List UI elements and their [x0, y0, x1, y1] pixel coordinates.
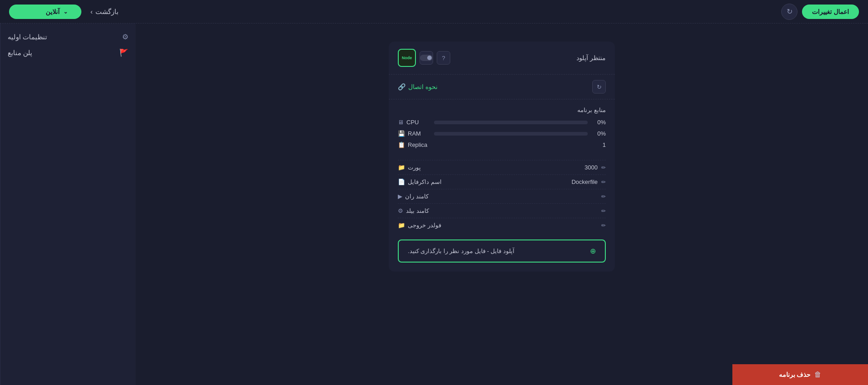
node-logo: Node: [398, 49, 416, 67]
node-logo-text: Node: [402, 56, 412, 60]
replica-icon: 📋: [398, 141, 405, 148]
output-label-text: فولدر خروجی: [408, 222, 441, 229]
replica-label: Replica 📋: [398, 141, 434, 148]
run-label-text: کامند ران: [405, 193, 429, 200]
center-content: منتظر آپلود ? Node: [136, 23, 868, 385]
config-port-left: ✏ 3000: [585, 164, 606, 171]
cpu-label-text: CPU: [406, 119, 419, 126]
dockerfile-label: اسم داکرفایل 📄: [398, 178, 442, 185]
main-layout: منتظر آپلود ? Node: [0, 23, 868, 385]
config-dockerfile-left: ✏ Dockerfile: [571, 178, 606, 185]
refresh-button[interactable]: ↻: [781, 4, 797, 20]
cpu-row: 0% CPU 🖥: [398, 119, 606, 126]
upload-icon: ⊕: [590, 247, 596, 255]
port-label: پورت 📁: [398, 164, 421, 171]
cpu-label: CPU 🖥: [398, 119, 434, 126]
build-label: کامند بیلد ⚙: [398, 207, 429, 214]
config-row-build: ✏ کامند بیلد ⚙: [398, 203, 606, 218]
header-icons: ? Node: [398, 49, 450, 67]
question-icon: ?: [442, 55, 445, 61]
back-chevron: ›: [90, 8, 93, 15]
replica-value: 1: [592, 141, 606, 148]
back-label: بازگشت: [95, 8, 118, 16]
ram-value: 0%: [592, 130, 606, 137]
settings-gear-icon[interactable]: ⚙: [122, 33, 128, 41]
delete-button[interactable]: 🗑 حذف برنامه: [732, 364, 868, 385]
connection-row: ↻ نحوه اتصال 🔗: [389, 75, 615, 99]
ram-progress: [434, 132, 588, 136]
port-edit-icon[interactable]: ✏: [601, 164, 606, 171]
plan-title: پلن منابع: [8, 49, 32, 57]
ram-icon: 💾: [398, 130, 405, 137]
port-value: 3000: [585, 164, 598, 171]
run-edit-icon[interactable]: ✏: [601, 193, 606, 200]
replica-label-text: Replica: [408, 141, 427, 148]
refresh-icon: ↻: [787, 7, 793, 16]
ram-label-text: RAM: [408, 130, 421, 137]
apply-button[interactable]: اعمال تغییرات: [802, 5, 859, 19]
upload-area[interactable]: ⊕ آپلود فایل - فایل مورد نظر را بارگذاری…: [398, 239, 606, 263]
ram-row-left: 0%: [434, 130, 606, 137]
back-button[interactable]: بازگشت ›: [90, 8, 118, 16]
config-run-left: ✏: [598, 193, 606, 200]
config-row-output: ✏ فولدر خروجی 📁: [398, 218, 606, 232]
connection-label: نحوه اتصال: [408, 83, 438, 90]
toggle-track: [420, 55, 433, 61]
app-card: منتظر آپلود ? Node: [389, 42, 615, 272]
build-label-text: کامند بیلد: [406, 207, 429, 214]
sidebar-settings: ⚙ تنظیمات اولیه: [8, 33, 128, 41]
top-bar-left: اعمال تغییرات ↻: [781, 4, 859, 20]
resources-section: منابع برنامه 0% CPU 🖥: [389, 99, 615, 160]
dockerfile-edit-icon[interactable]: ✏: [601, 179, 606, 185]
dockerfile-label-text: اسم داکرفایل: [408, 178, 442, 185]
config-row-port: ✏ 3000 پورت 📁: [398, 160, 606, 174]
wait-label: منتظر آپلود: [576, 54, 606, 61]
chevron-down-icon: ⌄: [63, 9, 68, 15]
card-header-right: منتظر آپلود: [576, 54, 606, 61]
settings-title: تنظیمات اولیه: [8, 33, 47, 41]
config-build-left: ✏: [598, 208, 606, 214]
top-bar: اعمال تغییرات ↻ بازگشت › ⌄ آنلاین: [0, 0, 868, 23]
run-icon: ▶: [398, 193, 402, 200]
cpu-value: 0%: [592, 119, 606, 126]
output-icon: 📁: [398, 222, 405, 229]
upload-text: آپلود فایل - فایل مورد نظر را بارگذاری ک…: [408, 248, 514, 254]
question-button[interactable]: ?: [437, 51, 450, 65]
cpu-icon: 🖥: [398, 119, 404, 126]
status-label: آنلاین: [46, 8, 60, 15]
connection-link[interactable]: نحوه اتصال 🔗: [398, 83, 438, 90]
run-label: کامند ران ▶: [398, 193, 429, 200]
status-button[interactable]: ⌄ آنلاین: [9, 5, 81, 19]
build-icon: ⚙: [398, 207, 403, 214]
config-row-dockerfile: ✏ Dockerfile اسم داکرفایل 📄: [398, 174, 606, 189]
config-row-run: ✏ کامند ران ▶: [398, 189, 606, 203]
resources-label: منابع برنامه: [398, 107, 606, 113]
cpu-progress: [434, 121, 588, 124]
right-sidebar: ⚙ تنظیمات اولیه 🚩 پلن منابع: [0, 23, 136, 385]
top-bar-right: بازگشت › ⌄ آنلاین: [9, 5, 118, 19]
sync-icon: ↻: [597, 84, 602, 90]
flag-icon[interactable]: 🚩: [119, 48, 128, 57]
link-icon: 🔗: [398, 83, 406, 90]
replica-row-left: 1: [434, 141, 606, 148]
output-edit-icon[interactable]: ✏: [601, 222, 606, 229]
port-icon: 📁: [398, 164, 405, 171]
sidebar-plan: 🚩 پلن منابع: [8, 48, 128, 57]
dockerfile-icon: 📄: [398, 178, 405, 185]
output-label: فولدر خروجی 📁: [398, 222, 441, 229]
sync-button[interactable]: ↻: [592, 80, 606, 94]
toggle-button[interactable]: [420, 51, 433, 65]
ram-label: RAM 💾: [398, 130, 434, 137]
config-section: ✏ 3000 پورت 📁 ✏ Dockerfile اسم دا: [389, 160, 615, 239]
delete-label: حذف برنامه: [779, 371, 811, 378]
card-header: منتظر آپلود ? Node: [389, 42, 615, 75]
config-output-left: ✏: [598, 222, 606, 229]
port-label-text: پورت: [408, 164, 421, 171]
ram-row: 0% RAM 💾: [398, 130, 606, 137]
replica-row: 1 Replica 📋: [398, 141, 606, 148]
build-edit-icon[interactable]: ✏: [601, 208, 606, 214]
trash-icon: 🗑: [814, 371, 821, 379]
cpu-row-left: 0%: [434, 119, 606, 126]
dockerfile-value: Dockerfile: [571, 178, 598, 185]
